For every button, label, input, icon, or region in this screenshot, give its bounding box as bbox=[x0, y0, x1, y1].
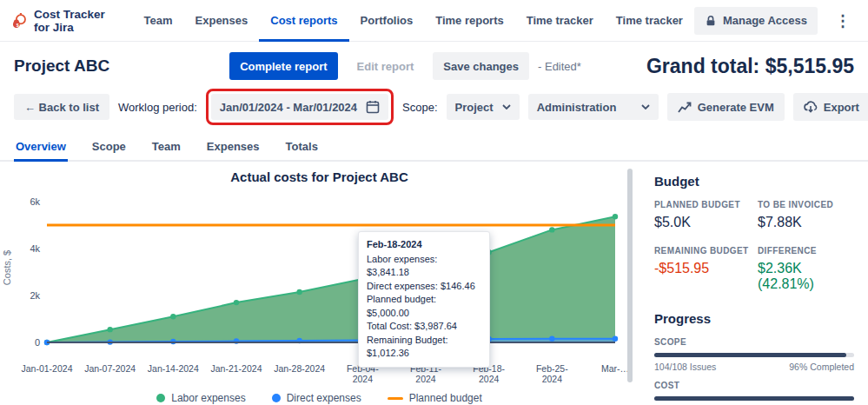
tooltip-row: Labor expenses: $3,841.18 bbox=[367, 253, 481, 280]
x-axis-labels: Jan-01-2024Jan-07-2024Jan-14-2024Jan-21-… bbox=[7, 362, 639, 391]
category-select[interactable]: Administration bbox=[528, 94, 659, 120]
app-logo-icon: $ bbox=[10, 8, 27, 34]
legend-labor-expenses[interactable]: Labor expenses bbox=[156, 392, 245, 404]
budget-line-icon bbox=[388, 397, 403, 400]
scope-progress-fill bbox=[654, 353, 846, 357]
summary-sidebar: Budget PLANNED BUDGET $5.0K TO BE INVOIC… bbox=[639, 162, 868, 405]
remaining-budget-value: -$515.95 bbox=[654, 261, 751, 276]
tab-team[interactable]: Team bbox=[150, 132, 182, 162]
nav-item-cost-reports[interactable]: Cost reports bbox=[259, 0, 348, 42]
tab-totals[interactable]: Totals bbox=[284, 132, 320, 162]
manage-access-button[interactable]: Manage Access bbox=[694, 7, 818, 35]
main-content: Actual costs for Project ABC Costs, $ 02… bbox=[0, 162, 868, 405]
scope-select-value: Project bbox=[455, 101, 494, 114]
topnav-actions: Manage Access ⋮ bbox=[694, 7, 858, 35]
export-label: Export bbox=[824, 101, 859, 114]
nav-item-portfolios[interactable]: Portfolios bbox=[349, 0, 425, 42]
chart-legend: Labor expenses Direct expenses Planned b… bbox=[0, 392, 639, 404]
save-changes-button[interactable]: Save changes bbox=[433, 52, 529, 80]
legend-direct-expenses[interactable]: Direct expenses bbox=[272, 392, 361, 404]
export-controls: Generate EVM Export bbox=[667, 93, 868, 121]
lock-icon bbox=[705, 15, 717, 27]
budget-heading: Budget bbox=[654, 174, 854, 189]
chevron-down-icon bbox=[502, 104, 511, 110]
worklog-period-input[interactable]: Jan/01/2024 - Mar/01/2024 bbox=[211, 94, 388, 120]
cost-progress: COST $5.52K/$5.0K -$515.95 Remaining bbox=[654, 381, 854, 405]
nav-item-time-tracker-1[interactable]: Time tracker bbox=[515, 0, 605, 42]
svg-text:0: 0 bbox=[35, 337, 40, 348]
x-axis-label: Jan-14-2024 bbox=[142, 363, 204, 374]
difference-value: $2.36K bbox=[758, 261, 854, 276]
tooltip-row: Total Cost: $3,987.64 bbox=[367, 320, 481, 334]
cost-progress-fill bbox=[654, 396, 854, 401]
worklog-period-label: Worklog period: bbox=[118, 101, 197, 114]
planned-budget-value: $5.0K bbox=[654, 215, 751, 230]
scope-label: Scope: bbox=[402, 101, 437, 114]
main-nav: Team Expenses Cost reports Portfolios Ti… bbox=[133, 0, 694, 42]
budget-grid: PLANNED BUDGET $5.0K TO BE INVOICED $7.8… bbox=[654, 200, 854, 292]
chart-wrap: Costs, $ 02k4k6k Jan-01-2024Jan-07-2024J… bbox=[7, 184, 639, 391]
cost-progress-track bbox=[654, 396, 854, 401]
tab-expenses[interactable]: Expenses bbox=[205, 132, 262, 162]
direct-dot-icon bbox=[272, 394, 281, 402]
stat-label: REMAINING BUDGET bbox=[654, 246, 751, 256]
annotation-highlight: Jan/01/2024 - Mar/01/2024 bbox=[206, 89, 394, 125]
svg-text:6k: 6k bbox=[30, 196, 40, 207]
to-be-invoiced-value: $7.88K bbox=[758, 215, 854, 230]
cloud-export-icon bbox=[804, 101, 818, 113]
scope-completed-percent: 96% Completed bbox=[789, 362, 854, 372]
chart-section: Actual costs for Project ABC Costs, $ 02… bbox=[0, 162, 639, 405]
x-axis-label: Jan-21-2024 bbox=[205, 363, 268, 374]
svg-text:2k: 2k bbox=[30, 290, 40, 301]
nav-item-expenses[interactable]: Expenses bbox=[184, 0, 260, 42]
y-axis-label: Costs, $ bbox=[2, 250, 12, 285]
x-axis-label: Jan-01-2024 bbox=[16, 363, 78, 374]
scope-select[interactable]: Project bbox=[447, 94, 520, 120]
tab-overview[interactable]: Overview bbox=[14, 132, 68, 162]
app-window: $ Cost Tracker for Jira Team Expenses Co… bbox=[0, 0, 868, 405]
generate-evm-button[interactable]: Generate EVM bbox=[667, 93, 785, 121]
edited-status: - Edited* bbox=[538, 60, 581, 73]
stat-label: TO BE INVOICED bbox=[758, 200, 854, 209]
chart-title: Actual costs for Project ABC bbox=[0, 169, 639, 184]
svg-text:$: $ bbox=[17, 22, 19, 27]
report-controls: ← Back to list Worklog period: Jan/01/20… bbox=[0, 83, 868, 132]
nav-item-time-reports[interactable]: Time reports bbox=[424, 0, 515, 42]
vertical-scrollbar[interactable] bbox=[627, 169, 633, 382]
calendar-icon bbox=[366, 100, 380, 114]
cost-chart[interactable]: 02k4k6k bbox=[7, 184, 633, 358]
scope-issues-count: 104/108 Issues bbox=[654, 362, 716, 372]
tooltip-row: Remaining Budget: $1,012.36 bbox=[367, 334, 481, 361]
legend-planned-budget[interactable]: Planned budget bbox=[388, 392, 482, 404]
back-to-list-button[interactable]: ← Back to list bbox=[14, 94, 109, 120]
stat-planned-budget: PLANNED BUDGET $5.0K bbox=[654, 200, 751, 230]
report-tabs: Overview Scope Team Expenses Totals bbox=[0, 132, 868, 162]
x-axis-label: Feb-25-2024 bbox=[520, 363, 583, 384]
stat-label: DIFFERENCE bbox=[758, 246, 854, 256]
complete-report-button[interactable]: Complete report bbox=[229, 52, 337, 80]
progress-heading: Progress bbox=[654, 311, 854, 326]
x-axis-label: Jan-28-2024 bbox=[268, 363, 331, 374]
cost-progress-label: COST bbox=[654, 381, 854, 390]
export-button[interactable]: Export bbox=[793, 93, 868, 121]
more-menu-icon[interactable]: ⋮ bbox=[828, 10, 858, 32]
generate-evm-label: Generate EVM bbox=[698, 101, 774, 114]
stat-label: PLANNED BUDGET bbox=[654, 200, 751, 209]
tooltip-row: Planned budget: $5,000.00 bbox=[367, 293, 481, 320]
legend-label: Planned budget bbox=[409, 392, 482, 404]
tab-scope[interactable]: Scope bbox=[90, 132, 128, 162]
report-header: Project ABC Complete report Edit report … bbox=[0, 42, 868, 83]
chart-tooltip: Feb-18-2024 Labor expenses: $3,841.18 Di… bbox=[358, 231, 490, 368]
category-select-value: Administration bbox=[537, 101, 617, 114]
labor-dot-icon bbox=[156, 394, 165, 402]
app-title: Cost Tracker for Jira bbox=[34, 8, 106, 34]
tooltip-title: Feb-18-2024 bbox=[367, 238, 481, 252]
scope-progress: SCOPE 104/108 Issues 96% Completed bbox=[654, 337, 854, 372]
legend-label: Direct expenses bbox=[287, 392, 361, 404]
nav-item-team[interactable]: Team bbox=[133, 0, 184, 42]
scope-progress-track bbox=[654, 353, 854, 357]
edit-report-button[interactable]: Edit report bbox=[347, 52, 425, 80]
app-brand[interactable]: $ Cost Tracker for Jira bbox=[10, 8, 107, 34]
nav-item-time-tracker-2[interactable]: Time tracker bbox=[605, 0, 694, 42]
report-actions: Complete report Edit report Save changes… bbox=[229, 52, 581, 80]
